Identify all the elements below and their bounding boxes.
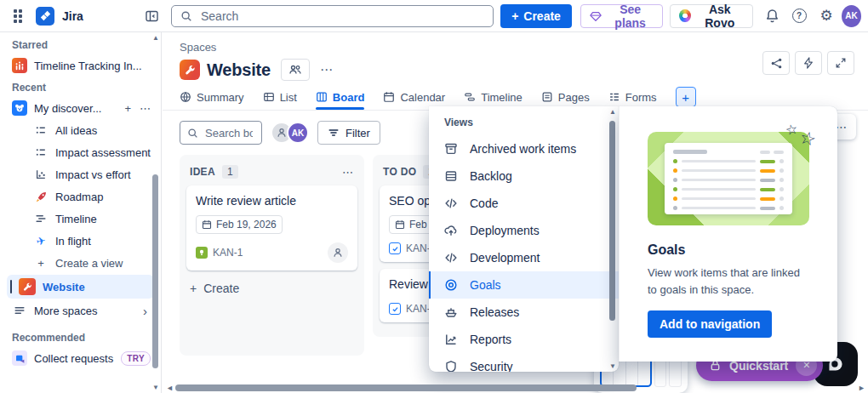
menu-item-label: Code — [470, 196, 498, 210]
horizontal-scrollbar-thumb[interactable] — [175, 384, 637, 391]
sidebar-item-create-a-view[interactable]: + Create a view — [0, 252, 161, 274]
title-more-icon[interactable]: ⋯ — [317, 62, 337, 77]
collect-requests-icon — [12, 350, 27, 366]
column-header: IDEA 1 ⋯ — [186, 162, 357, 185]
search-input[interactable] — [199, 9, 484, 24]
rovo-icon — [679, 9, 690, 22]
star-icon: ☆ — [798, 127, 819, 151]
menu-item-goals[interactable]: Goals — [429, 271, 619, 299]
column-idea: IDEA 1 ⋯ Write review article Feb 19, 20… — [180, 155, 364, 356]
sidebar-item-label: Roadmap — [55, 191, 103, 203]
sidebar-item-impact-vs-effort[interactable]: Impact vs effort — [0, 163, 161, 185]
tab-board[interactable]: Board — [316, 87, 365, 107]
assignee-avatar[interactable] — [328, 242, 348, 263]
menu-scrollbar: ▲ ▼ — [608, 108, 617, 370]
user-avatar[interactable]: AK — [287, 122, 309, 144]
sidebar-item-impact-assessment[interactable]: Impact assessment — [0, 141, 161, 163]
menu-item-development[interactable]: Development — [429, 244, 619, 271]
menu-item-backlog[interactable]: Backlog — [429, 162, 619, 190]
see-plans-button[interactable]: See plans — [580, 4, 663, 28]
add-to-navigation-button[interactable]: Add to navigation — [648, 310, 772, 338]
tab-label: Board — [333, 91, 365, 104]
fullscreen-expand-button[interactable] — [827, 51, 854, 75]
notifications-bell-icon[interactable] — [760, 4, 784, 28]
tab-label: List — [280, 91, 297, 104]
sidebar-item-more[interactable]: ⋯ More — [0, 390, 161, 393]
sidebar-item-in-flight[interactable]: ✈ In flight — [0, 230, 161, 252]
tab-label: Forms — [625, 91, 657, 104]
board-search-input[interactable] — [203, 126, 254, 140]
jira-logo-icon[interactable] — [36, 7, 54, 26]
target-icon — [444, 278, 458, 292]
goals-preview-flyout: ☆ ☆ Goals View work items that are linke… — [619, 106, 837, 362]
collapse-sidebar-icon[interactable] — [145, 9, 159, 23]
sidebar-item-collect-requests[interactable]: Collect requests TRY — [0, 347, 161, 369]
menu-item-security[interactable]: Security — [429, 353, 619, 372]
sidebar-item-more-spaces[interactable]: More spaces › — [0, 299, 161, 322]
sidebar-item-label: Impact assessment — [55, 146, 151, 159]
user-avatar[interactable]: AK — [842, 5, 861, 27]
sidebar-item-roadmap[interactable]: Roadmap — [0, 185, 161, 208]
scroll-up-icon[interactable]: ▲ — [151, 34, 160, 42]
menu-scrollbar-thumb[interactable] — [609, 121, 615, 321]
menu-item-releases[interactable]: Releases — [429, 299, 619, 326]
automation-lightning-button[interactable] — [795, 51, 822, 75]
board-search — [180, 121, 262, 145]
sidebar-item-my-discovery-project[interactable]: My discover... + ⋯ — [0, 97, 161, 119]
scroll-down-icon[interactable]: ▼ — [608, 362, 617, 370]
tab-add-view-button[interactable]: + — [676, 87, 696, 107]
tab-label: Pages — [558, 91, 590, 104]
menu-item-archived-work-items[interactable]: Archived work items — [429, 135, 619, 162]
help-icon[interactable]: ? — [787, 4, 811, 28]
sidebar-item-website[interactable]: Website — [7, 275, 154, 299]
scroll-down-icon[interactable]: ▼ — [151, 384, 160, 391]
tab-summary[interactable]: Summary — [180, 87, 244, 107]
plane-icon: ✈ — [33, 233, 49, 249]
app-name: Jira — [62, 9, 83, 23]
project-row-actions: + ⋯ — [124, 102, 151, 115]
scroll-up-icon[interactable]: ▲ — [608, 108, 617, 116]
column-more-icon[interactable]: ⋯ — [342, 166, 354, 179]
app-switcher-icon[interactable] — [8, 6, 28, 26]
tab-calendar[interactable]: Calendar — [383, 87, 445, 107]
scroll-left-icon[interactable]: ◄ — [166, 384, 174, 392]
card-kan-1[interactable]: Write review article Feb 19, 2026 KAN-1 — [186, 185, 357, 271]
menu-item-reports[interactable]: Reports — [429, 326, 619, 353]
gear-glyph: ⚙ — [819, 9, 832, 23]
filter-button[interactable]: Filter — [317, 121, 380, 145]
sidebar-scrollbar-thumb[interactable] — [152, 174, 158, 368]
assignee-avatars: AK — [271, 122, 309, 144]
app-switcher-dots — [14, 9, 22, 23]
share-button[interactable] — [762, 51, 790, 75]
ask-rovo-button[interactable]: Ask Rovo — [670, 4, 753, 28]
sidebar-item-timeline-tracking[interactable]: Timeline Tracking In... — [0, 54, 161, 77]
menu-item-code[interactable]: Code — [429, 190, 619, 217]
scroll-right-icon[interactable]: ► — [858, 384, 865, 392]
sidebar-item-timeline[interactable]: Timeline — [0, 208, 161, 230]
add-view-icon[interactable]: + — [124, 102, 131, 115]
create-button[interactable]: + Create — [500, 4, 572, 28]
website-space-icon — [180, 60, 200, 80]
tab-pages[interactable]: Pages — [541, 87, 590, 107]
sidebar-item-label: Timeline Tracking In... — [34, 60, 142, 72]
breadcrumb[interactable]: Spaces — [163, 32, 216, 54]
members-button[interactable] — [281, 59, 310, 81]
sidebar-item-label: Create a view — [55, 257, 123, 270]
menu-item-deployments[interactable]: Deployments — [429, 217, 619, 244]
menu-item-label: Security — [470, 360, 513, 372]
task-type-icon — [389, 303, 401, 315]
ship-icon — [444, 305, 458, 319]
try-badge: TRY — [121, 351, 151, 366]
tab-label: Summary — [197, 91, 244, 104]
column-create-button[interactable]: + Create — [186, 277, 357, 299]
header-actions — [762, 51, 854, 75]
tab-timeline[interactable]: Timeline — [464, 87, 523, 107]
settings-gear-icon[interactable]: ⚙ — [814, 4, 838, 28]
drag-handle[interactable] — [10, 280, 12, 293]
tab-forms[interactable]: Forms — [608, 87, 657, 107]
globe-icon — [180, 91, 191, 103]
tab-list[interactable]: List — [263, 87, 297, 107]
due-date-chip[interactable]: Feb 19, 2026 — [196, 215, 283, 234]
sidebar-item-all-ideas[interactable]: All ideas — [0, 119, 161, 141]
more-options-icon[interactable]: ⋯ — [140, 102, 151, 115]
